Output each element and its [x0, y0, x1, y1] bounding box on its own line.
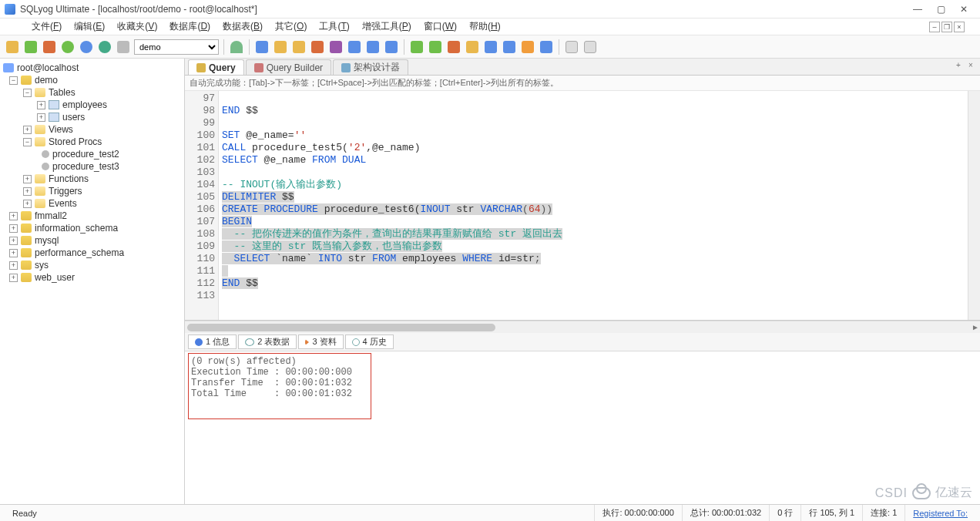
tab-schema-designer[interactable]: 架构设计器 [333, 59, 408, 75]
expand-icon[interactable]: + [23, 126, 32, 134]
tree-folder-tables[interactable]: − Tables [2, 86, 183, 99]
history-icon [352, 338, 360, 346]
menu-powertools[interactable]: 增强工具(P) [357, 18, 416, 35]
tree-folder-views[interactable]: + Views [2, 123, 183, 136]
mdi-restore-button[interactable]: ❐ [941, 22, 952, 32]
clock-button[interactable] [520, 39, 535, 55]
builder-icon [254, 63, 263, 72]
schema-button[interactable] [328, 39, 344, 55]
playcheck-button[interactable] [428, 39, 443, 55]
window-1-button[interactable] [564, 39, 579, 55]
play-button[interactable] [409, 39, 425, 55]
grid2-button[interactable] [502, 39, 517, 55]
sql-editor[interactable]: 9798991001011021031041051061071081091101… [185, 91, 980, 321]
output-panel[interactable]: (0 row(s) affected) Execution Time : 00:… [185, 351, 980, 504]
explain-button[interactable] [465, 39, 480, 55]
expand-icon[interactable]: + [9, 237, 18, 245]
menu-other[interactable]: 其它(O) [270, 18, 311, 35]
collapse-icon[interactable]: − [9, 76, 18, 85]
expand-icon[interactable]: + [23, 200, 32, 208]
expand-icon[interactable]: + [37, 101, 45, 109]
window-maximize-button[interactable]: ▢ [929, 2, 952, 16]
refresh-button[interactable] [23, 39, 39, 55]
output-tab-info[interactable]: 1 信息 [188, 334, 237, 349]
tree-folder-events[interactable]: + Events [2, 197, 183, 210]
tree-table-users[interactable]: + users [2, 111, 183, 123]
table-button[interactable] [347, 39, 362, 55]
tree-table-employees[interactable]: + employees [2, 99, 183, 111]
editor-horizontal-scrollbar[interactable]: ◄ ► [185, 321, 980, 333]
scroll-thumb[interactable] [187, 324, 495, 331]
expand-icon[interactable]: + [9, 274, 18, 282]
import-button[interactable] [291, 39, 307, 55]
scroll-right-icon[interactable]: ► [971, 323, 980, 332]
database-icon [21, 224, 32, 233]
menu-tools[interactable]: 工具(T) [314, 18, 354, 35]
tree-sp-test2[interactable]: procedure_test2 [2, 148, 183, 160]
expand-icon[interactable]: + [23, 187, 32, 196]
expand-icon[interactable]: + [37, 113, 45, 122]
grid-button[interactable] [483, 39, 498, 55]
collapse-icon[interactable]: − [23, 138, 32, 146]
expand-icon[interactable]: + [9, 212, 18, 220]
mdi-minimize-button[interactable]: – [929, 22, 940, 32]
grid-icon [245, 338, 254, 346]
execute-button[interactable] [60, 39, 76, 55]
registered-link[interactable]: Registered To: [913, 509, 968, 518]
tree-db-information-schema[interactable]: +information_schema [2, 222, 183, 234]
sync-button[interactable] [254, 39, 270, 55]
export-button[interactable] [273, 39, 288, 55]
tree-db-mysql[interactable]: +mysql [2, 234, 183, 247]
history-button[interactable] [79, 39, 94, 55]
calendar-button[interactable] [539, 39, 554, 55]
data-button[interactable] [365, 39, 381, 55]
tree-folder-triggers[interactable]: + Triggers [2, 185, 183, 197]
menu-table[interactable]: 数据表(B) [218, 18, 267, 35]
expand-icon[interactable]: + [23, 175, 32, 183]
menu-help[interactable]: 帮助(H) [465, 18, 505, 35]
tab-add-button[interactable]: + [954, 61, 963, 70]
editor-vertical-scrollbar[interactable] [968, 91, 980, 320]
tab-query[interactable]: Query [188, 59, 244, 75]
window-close-button[interactable]: ✕ [952, 2, 975, 16]
tree-db-web-user[interactable]: +web_user [2, 271, 183, 284]
menu-edit[interactable]: 编辑(E) [69, 18, 109, 35]
database-icon [21, 76, 32, 85]
code-area[interactable]: END $$ SET @e_name=''CALL procedure_test… [219, 91, 968, 320]
output-tab-history[interactable]: 4 历史 [345, 334, 394, 349]
tree-folder-storedprocs[interactable]: − Stored Procs [2, 136, 183, 148]
tab-query-builder[interactable]: Query Builder [246, 59, 331, 75]
expand-icon[interactable]: + [9, 249, 18, 257]
object-browser[interactable]: root@localhost − demo − Tables + employe… [0, 59, 185, 504]
settings-button[interactable] [116, 39, 131, 55]
mdi-close-button[interactable]: × [954, 22, 965, 32]
menu-database[interactable]: 数据库(D) [165, 18, 215, 35]
tree-db-performance-schema[interactable]: +performance_schema [2, 247, 183, 259]
expand-icon[interactable]: + [9, 261, 18, 270]
window-2-button[interactable] [582, 39, 598, 55]
menu-window[interactable]: 窗口(W) [419, 18, 461, 35]
database-selector[interactable]: demo [134, 39, 219, 55]
output-tab-profile[interactable]: 3 资料 [298, 334, 343, 349]
tree-folder-functions[interactable]: + Functions [2, 173, 183, 185]
tree-db-sys[interactable]: +sys [2, 259, 183, 271]
collapse-icon[interactable]: − [23, 89, 32, 97]
window-minimize-button[interactable]: — [906, 2, 929, 16]
user-button[interactable] [229, 39, 244, 55]
info-button[interactable] [384, 39, 399, 55]
menu-file[interactable]: 文件(F) [27, 18, 66, 35]
tree-database-demo[interactable]: − demo [2, 74, 183, 86]
output-tab-tabledata[interactable]: 2 表数据 [238, 334, 297, 349]
earth-icon[interactable] [97, 39, 112, 55]
stop-button[interactable] [42, 39, 57, 55]
tree-server[interactable]: root@localhost [2, 62, 183, 74]
tab-close-button[interactable]: × [966, 61, 975, 70]
tree-db-fmmall2[interactable]: +fmmall2 [2, 210, 183, 222]
backup-button[interactable] [310, 39, 325, 55]
expand-icon[interactable]: + [9, 224, 18, 233]
tree-sp-test3[interactable]: procedure_test3 [2, 160, 183, 173]
format-button[interactable] [446, 39, 461, 55]
menu-favorites[interactable]: 收藏夹(V) [112, 18, 162, 35]
folder-icon [35, 88, 45, 97]
new-connection-button[interactable] [5, 39, 20, 55]
